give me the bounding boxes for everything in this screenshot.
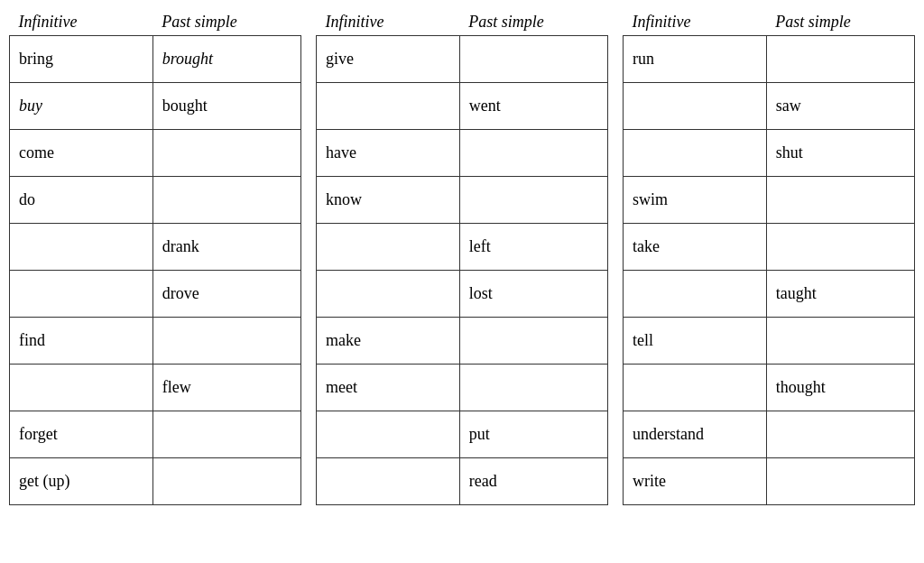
table-row: buybought [10, 83, 301, 130]
header-past-simple: Past simple [459, 9, 607, 36]
infinitive-cell [317, 458, 460, 505]
past-simple-cell [459, 177, 607, 224]
table-row: left [317, 224, 608, 271]
table-row: take [624, 224, 915, 271]
verb-table-1: InfinitivePast simplebringbroughtbuyboug… [9, 9, 301, 505]
verb-table-3: InfinitivePast simplerunsawshutswimtaket… [623, 9, 915, 505]
infinitive-cell: find [10, 318, 153, 365]
infinitive-cell: give [317, 36, 460, 83]
table-row: thought [624, 365, 915, 411]
table-row: swim [624, 177, 915, 224]
past-simple-cell: left [459, 224, 607, 271]
infinitive-cell [624, 83, 767, 130]
past-simple-cell [152, 177, 300, 224]
table-row: flew [10, 365, 301, 411]
infinitive-cell: make [317, 318, 460, 365]
infinitive-cell: understand [624, 411, 767, 458]
infinitive-cell: have [317, 130, 460, 177]
table-row: put [317, 411, 608, 458]
table-row: tell [624, 318, 915, 365]
infinitive-cell: swim [624, 177, 767, 224]
infinitive-cell: buy [10, 83, 153, 130]
table-row: write [624, 458, 915, 505]
past-simple-cell: shut [766, 130, 914, 177]
table-row: come [10, 130, 301, 177]
tables-container: InfinitivePast simplebringbroughtbuyboug… [9, 9, 915, 505]
table-row: went [317, 83, 608, 130]
past-simple-cell [766, 458, 914, 505]
past-simple-cell: saw [766, 83, 914, 130]
infinitive-cell [317, 83, 460, 130]
past-simple-cell [766, 224, 914, 271]
infinitive-cell: take [624, 224, 767, 271]
table-row: bringbrought [10, 36, 301, 83]
past-simple-cell: thought [766, 365, 914, 411]
infinitive-cell: know [317, 177, 460, 224]
past-simple-cell [459, 318, 607, 365]
infinitive-cell: run [624, 36, 767, 83]
infinitive-cell: come [10, 130, 153, 177]
past-simple-cell: drove [152, 271, 300, 318]
past-simple-cell [152, 411, 300, 458]
infinitive-cell: get (up) [10, 458, 153, 505]
infinitive-cell [317, 411, 460, 458]
table-row: make [317, 318, 608, 365]
table-row: shut [624, 130, 915, 177]
past-simple-cell [152, 458, 300, 505]
past-simple-cell: flew [152, 365, 300, 411]
infinitive-cell [624, 130, 767, 177]
table-separator [301, 9, 316, 505]
table-row: taught [624, 271, 915, 318]
table-row: have [317, 130, 608, 177]
past-simple-cell: taught [766, 271, 914, 318]
infinitive-cell [10, 271, 153, 318]
header-past-simple: Past simple [152, 9, 300, 36]
past-simple-cell [459, 130, 607, 177]
past-simple-cell [766, 318, 914, 365]
table-row: meet [317, 365, 608, 411]
infinitive-cell: bring [10, 36, 153, 83]
past-simple-cell [459, 365, 607, 411]
table-row: find [10, 318, 301, 365]
past-simple-cell [459, 36, 607, 83]
verb-table-2: InfinitivePast simplegivewenthaveknowlef… [316, 9, 608, 505]
past-simple-cell: drank [152, 224, 300, 271]
past-simple-cell: brought [152, 36, 300, 83]
past-simple-cell: went [459, 83, 607, 130]
infinitive-cell: forget [10, 411, 153, 458]
infinitive-cell [10, 365, 153, 411]
past-simple-cell: bought [152, 83, 300, 130]
infinitive-cell [624, 365, 767, 411]
table-row: forget [10, 411, 301, 458]
infinitive-cell: write [624, 458, 767, 505]
header-infinitive: Infinitive [10, 9, 153, 36]
header-infinitive: Infinitive [317, 9, 460, 36]
table-row: give [317, 36, 608, 83]
infinitive-cell: do [10, 177, 153, 224]
infinitive-cell [624, 271, 767, 318]
table-row: understand [624, 411, 915, 458]
table-row: run [624, 36, 915, 83]
table-row: saw [624, 83, 915, 130]
table-row: do [10, 177, 301, 224]
table-row: read [317, 458, 608, 505]
infinitive-cell: tell [624, 318, 767, 365]
infinitive-cell [317, 271, 460, 318]
past-simple-cell [152, 318, 300, 365]
table-row: lost [317, 271, 608, 318]
past-simple-cell [766, 177, 914, 224]
page-wrapper: InfinitivePast simplebringbroughtbuyboug… [9, 9, 915, 505]
past-simple-cell: put [459, 411, 607, 458]
past-simple-cell [152, 130, 300, 177]
table-row: know [317, 177, 608, 224]
infinitive-cell [10, 224, 153, 271]
infinitive-cell: meet [317, 365, 460, 411]
header-past-simple: Past simple [766, 9, 914, 36]
table-row: drove [10, 271, 301, 318]
table-separator [608, 9, 623, 505]
past-simple-cell: lost [459, 271, 607, 318]
past-simple-cell [766, 36, 914, 83]
past-simple-cell [766, 411, 914, 458]
table-row: drank [10, 224, 301, 271]
header-infinitive: Infinitive [624, 9, 767, 36]
